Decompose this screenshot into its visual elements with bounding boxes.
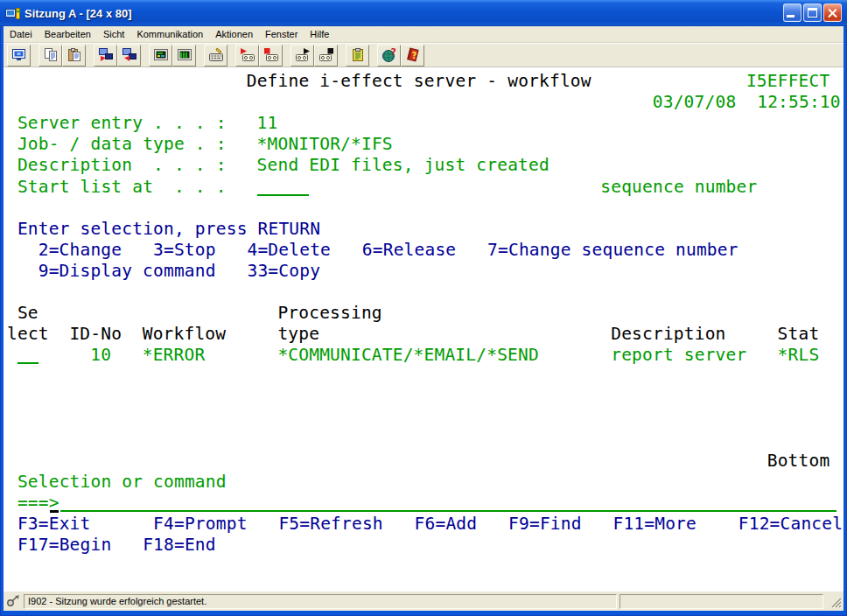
display-layout-button[interactable] <box>172 45 196 66</box>
menubar: DateiBearbeitenSichtKommunikationAktione… <box>4 26 844 43</box>
receive-file-from-host-icon <box>122 47 137 63</box>
option-list-1: 2=Change 3=Stop 4=Delete 6=Release 7=Cha… <box>38 240 738 261</box>
terminal-row <box>4 409 844 430</box>
function-keys-2: F17=Begin F18=End <box>18 535 216 556</box>
sequence-number-label: sequence number <box>600 177 757 198</box>
toolbar-group: ?? <box>377 45 424 66</box>
menu-datei[interactable]: Datei <box>4 27 38 41</box>
jump-session-icon <box>11 47 27 63</box>
toolbar-group <box>346 45 369 66</box>
terminal-row: ===> <box>4 493 844 514</box>
stop-record-macro-button[interactable] <box>259 45 283 66</box>
toolbar-group <box>94 45 141 66</box>
row-description-value: report server <box>611 345 746 366</box>
keyboard-setup-button[interactable] <box>204 45 228 66</box>
screen-id: I5EFFECT <box>746 71 830 92</box>
server-entry-value: 11 <box>257 113 278 134</box>
record-macro-button[interactable] <box>235 45 259 66</box>
menu-aktionen[interactable]: Aktionen <box>209 27 259 41</box>
terminal-row: Bottom <box>4 451 844 472</box>
menu-hilfe[interactable]: Hilfe <box>304 27 335 41</box>
resize-grip[interactable] <box>828 594 842 608</box>
option-list-2: 9=Display command 33=Copy <box>38 261 320 282</box>
help-keyword-button[interactable]: ? <box>401 45 424 66</box>
help-keyword-icon: ? <box>405 47 421 63</box>
titlebar[interactable]: Sitzung A - [24 x 80] <box>0 0 847 26</box>
window-title: Sitzung A - [24 x 80] <box>24 7 132 20</box>
maximize-icon <box>808 8 817 18</box>
id-no-value: 10 <box>90 345 111 366</box>
toolbar-group <box>290 45 338 66</box>
terminal-row: Enter selection, press RETURN <box>4 219 844 240</box>
job-data-type-label: Job- / data type . : <box>18 134 227 155</box>
server-entry-label: Server entry . . . : <box>18 113 227 134</box>
send-file-to-host-button[interactable] <box>94 45 117 66</box>
job-data-type-value: *MONITOR/*IFS <box>257 134 393 155</box>
receive-file-from-host-button[interactable] <box>117 45 141 66</box>
terminal-row: 9=Display command 33=Copy <box>4 261 844 282</box>
stop-play-macro-button[interactable] <box>314 45 338 66</box>
window: Sitzung A - [24 x 80] DateiBearbeitenSic… <box>0 0 847 616</box>
close-button[interactable] <box>823 4 842 22</box>
terminal-row: Job- / data type . :*MONITOR/*IFS <box>4 134 844 155</box>
terminal-row <box>4 430 844 451</box>
display-layout-icon <box>177 47 192 63</box>
paste-button[interactable] <box>62 45 86 66</box>
text-cursor <box>50 494 60 513</box>
menu-sicht[interactable]: Sicht <box>97 27 130 41</box>
header-description: Description <box>611 324 725 345</box>
header-id-no: ID-No <box>69 324 122 345</box>
toolbar-group <box>149 45 196 66</box>
clipboard-view-icon <box>350 47 366 63</box>
status-value: *RLS <box>778 345 820 366</box>
application-icon <box>5 6 20 21</box>
terminal-row <box>4 198 844 219</box>
toolbar-group <box>204 45 228 66</box>
start-list-at-label: Start list at . . . <box>18 177 227 198</box>
svg-text:?: ? <box>390 47 396 58</box>
help-globe-icon: ? <box>382 47 397 63</box>
minimize-icon <box>787 15 794 18</box>
terminal-row: Start list at . . .sequence number <box>4 177 844 198</box>
clipboard-view-button[interactable] <box>346 45 369 66</box>
enter-selection-instruction: Enter selection, press RETURN <box>18 219 320 240</box>
jump-session-button[interactable] <box>7 45 31 66</box>
stop-play-macro-icon <box>318 47 334 63</box>
select-field[interactable] <box>18 346 38 364</box>
menu-bearbeiten[interactable]: Bearbeiten <box>38 27 97 41</box>
copy-button[interactable] <box>38 45 62 66</box>
toolbar-group <box>38 45 86 66</box>
help-globe-button[interactable]: ? <box>377 45 401 66</box>
header-select-2: lect <box>7 324 49 345</box>
window-controls <box>783 4 842 22</box>
screen-title: Define i-effect server - workflow <box>247 71 592 92</box>
terminal-row: Define i-effect server - workflowI5EFFEC… <box>4 71 844 92</box>
description-label: Description . . . : <box>18 155 227 176</box>
menu-kommunikation[interactable]: Kommunikation <box>130 27 209 41</box>
terminal-row <box>4 282 844 303</box>
function-keys-1: F3=Exit F4=Prompt F5=Refresh F6=Add F9=F… <box>18 514 843 535</box>
header-stat: Stat <box>778 324 820 345</box>
header-select-1: Se <box>18 303 38 324</box>
play-macro-button[interactable] <box>290 45 314 66</box>
terminal-screen[interactable]: Define i-effect server - workflowI5EFFEC… <box>4 67 844 592</box>
paste-icon <box>66 47 82 63</box>
workflow-value: *ERROR <box>143 345 206 366</box>
terminal-row <box>4 366 844 387</box>
selection-or-command-label: Selection or command <box>18 472 227 493</box>
copy-icon <box>43 47 59 63</box>
maximize-button[interactable] <box>803 4 822 22</box>
toolbar-group <box>235 45 283 66</box>
start-list-at-field[interactable] <box>257 178 310 196</box>
toolbar: ?? <box>4 43 844 67</box>
send-file-to-host-icon <box>98 47 114 63</box>
stop-record-macro-icon <box>263 47 279 63</box>
screen-date-time: 03/07/08 12:55:10 <box>653 92 841 113</box>
terminal-row: 03/07/08 12:55:10 <box>4 92 844 113</box>
command-input-field[interactable] <box>60 494 837 512</box>
terminal-row: Selection or command <box>4 472 844 493</box>
menu-fenster[interactable]: Fenster <box>259 27 304 41</box>
display-session-button[interactable] <box>149 45 172 66</box>
minimize-button[interactable] <box>783 4 802 22</box>
description-value: Send EDI files, just created <box>257 155 550 176</box>
